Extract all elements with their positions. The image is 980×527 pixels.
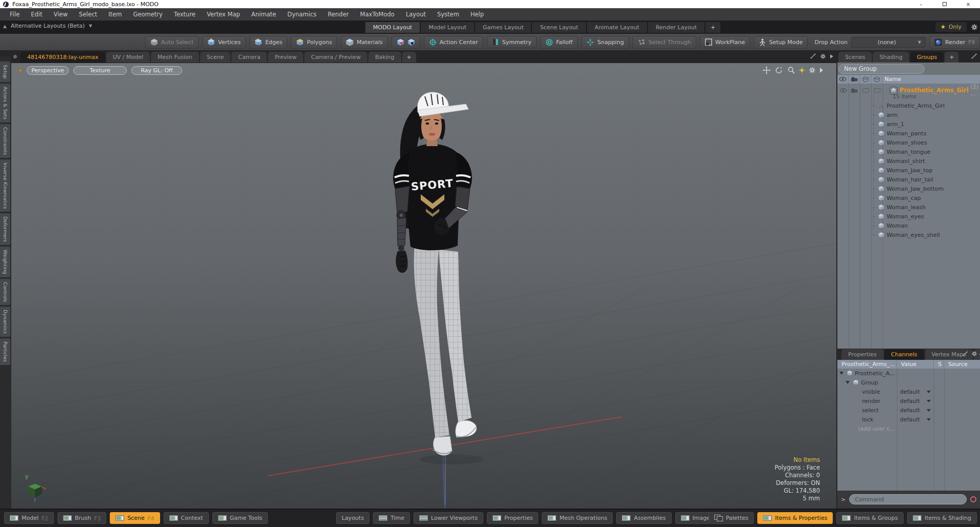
tab-render-layout[interactable]: Render Layout	[648, 22, 704, 33]
selection-set-buttons[interactable]	[391, 36, 420, 49]
side-tab-weighting[interactable]: Weighting	[0, 247, 10, 277]
side-tab-controls[interactable]: Controls	[0, 279, 10, 305]
items-properties-button[interactable]: Items & Properties	[757, 512, 833, 524]
group-item[interactable]: Woman	[837, 221, 980, 230]
assemblies-button[interactable]: Assemblies	[616, 512, 671, 524]
side-tab-actors-sets[interactable]: Actors & Sets	[0, 84, 10, 123]
render-column-header[interactable]	[849, 75, 860, 84]
group-item-locator[interactable]: Prosthetic_Arms_Girl	[837, 101, 980, 110]
group-visible-toggle[interactable]	[837, 88, 849, 93]
group-item[interactable]: arm	[837, 110, 980, 119]
group-item[interactable]: Woman_hair_tail	[837, 175, 980, 184]
workplane-button[interactable]: WorkPlane	[700, 36, 750, 48]
side-tab-dynamics[interactable]: Dynamics	[0, 307, 10, 337]
panel-grip-dot[interactable]	[13, 55, 17, 58]
group-item[interactable]: Womanl_shirt	[837, 156, 980, 166]
viewport-tab-scene[interactable]: Scene	[200, 52, 231, 63]
mesh-operations-button[interactable]: Mesh Operations	[542, 512, 613, 524]
group-item[interactable]: Woman_eyes	[837, 212, 980, 221]
menu-maxtomodo[interactable]: MaxToModo	[355, 11, 400, 18]
menu-item[interactable]: Item	[103, 11, 127, 18]
layout-gear-icon[interactable]	[971, 24, 978, 31]
channel-row-select[interactable]: select default	[837, 406, 980, 415]
viewport-tab-camera-preview[interactable]: Camera / Preview	[304, 52, 367, 63]
add-panel-tab-button[interactable]: +	[945, 52, 958, 63]
group-item[interactable]: Woman_pants	[837, 129, 980, 138]
tab-model-layout[interactable]: Model Layout	[421, 22, 474, 33]
items-shading-button[interactable]: Items & Shading	[907, 512, 977, 524]
menu-help[interactable]: Help	[465, 11, 489, 18]
items-groups-button[interactable]: Items & Groups	[836, 512, 904, 524]
viewport-tab-mesh-fusion[interactable]: Mesh Fusion	[151, 52, 199, 63]
menu-animate[interactable]: Animate	[246, 11, 282, 18]
viewport-tab-camera[interactable]: Camera	[231, 52, 267, 63]
lower-viewports-button[interactable]: Lower Viewports	[414, 512, 483, 524]
expander-icon[interactable]	[839, 372, 844, 375]
tab-games-layout[interactable]: Games Layout	[475, 22, 531, 33]
add-layout-tab-button[interactable]: +	[705, 22, 720, 33]
tab-groups[interactable]: Groups	[910, 52, 944, 63]
group-item[interactable]: Woman_cap	[837, 193, 980, 202]
materials-button[interactable]: Materials	[341, 36, 387, 49]
group-item[interactable]: Woman_eyes_shell	[837, 230, 980, 239]
select-through-button[interactable]: Select Through	[633, 36, 696, 49]
perspective-button[interactable]: Perspective	[27, 66, 69, 75]
tab-modo-layout[interactable]: MODO Layout	[365, 22, 420, 33]
maximize-button[interactable]	[933, 0, 956, 8]
name-column-header[interactable]: Name	[883, 76, 980, 83]
chevron-right-icon[interactable]	[830, 54, 834, 59]
gear-icon[interactable]	[820, 53, 826, 59]
menu-layout[interactable]: Layout	[400, 11, 432, 18]
viewport-tab-active[interactable]: 48146780318:lay-unmax	[21, 52, 105, 63]
gear-icon[interactable]	[971, 351, 977, 357]
channel-value-dropdown[interactable]: default	[897, 389, 934, 395]
axis-gizmo[interactable]: y	[24, 472, 47, 502]
tab-scenes[interactable]: Scenes	[838, 52, 872, 63]
raygl-button[interactable]: Ray GL: Off	[131, 66, 182, 75]
viewport-menu-dot[interactable]	[18, 69, 22, 72]
right-panel-expand-icon[interactable]	[971, 53, 977, 59]
vertices-button[interactable]: Vertices	[202, 36, 246, 49]
new-group-button[interactable]: New Group	[838, 64, 925, 74]
drop-action-dropdown[interactable]: (none) ▼	[851, 37, 926, 48]
group-item[interactable]: Woman_Jaw_bottom	[837, 184, 980, 193]
viewport-tab-preview[interactable]: Preview	[268, 52, 303, 63]
context-mode-button[interactable]: Context	[164, 512, 209, 524]
viewport-tab-baking[interactable]: Baking	[368, 52, 401, 63]
channel-group-row[interactable]: Group	[837, 378, 980, 387]
channel-row-render[interactable]: render default	[837, 396, 980, 406]
polygons-button[interactable]: Polygons	[291, 36, 337, 49]
falloff-button[interactable]: Falloff	[540, 36, 578, 49]
channel-row-visible[interactable]: visible default	[837, 387, 980, 396]
tab-animate-layout[interactable]: Animate Layout	[587, 22, 647, 33]
group-row[interactable]: Prosthetic_Arms_Girl (2) ...	[837, 84, 980, 93]
record-icon[interactable]	[970, 496, 976, 502]
tab-channels[interactable]: Channels	[885, 349, 924, 360]
tab-shading[interactable]: Shading	[873, 52, 909, 63]
group-render-toggle[interactable]	[849, 88, 860, 93]
expand-icon[interactable]	[962, 351, 968, 357]
group-item[interactable]: Woman_leash	[837, 202, 980, 212]
channel-value-dropdown[interactable]: default	[897, 407, 934, 414]
only-button[interactable]: ★ Only	[935, 22, 967, 32]
close-button[interactable]: ×	[956, 0, 980, 8]
channels-value-header[interactable]: Value	[897, 360, 934, 369]
setup-mode-button[interactable]: Setup Mode	[754, 36, 808, 49]
menu-geometry[interactable]: Geometry	[128, 11, 168, 18]
alternative-layouts-dropdown[interactable]: ▲ Alternative Layouts (Beta) ▼	[3, 23, 92, 29]
viewport-nav-icons[interactable]	[761, 66, 824, 74]
channel-value-dropdown[interactable]: default	[897, 416, 934, 423]
brush-mode-button[interactable]: BrushF3	[57, 512, 106, 524]
render-button[interactable]: Render F9	[929, 36, 980, 49]
side-tab-inverse-kinematics[interactable]: Inverse Kinematics	[0, 159, 10, 212]
scene-mode-button[interactable]: SceneF4	[110, 512, 160, 524]
viewport-tab-uv-model[interactable]: UV / Model	[106, 52, 150, 63]
group-item[interactable]: Woman_shoes	[837, 138, 980, 147]
channel-row-lock[interactable]: lock default	[837, 415, 980, 424]
texture-button[interactable]: Texture	[73, 66, 127, 75]
menu-select[interactable]: Select	[73, 11, 103, 18]
action-center-button[interactable]: Action Center	[424, 36, 483, 49]
menu-view[interactable]: View	[48, 11, 73, 18]
item-column-header[interactable]	[860, 75, 871, 84]
menu-vertex-map[interactable]: Vertex Map	[201, 11, 246, 18]
